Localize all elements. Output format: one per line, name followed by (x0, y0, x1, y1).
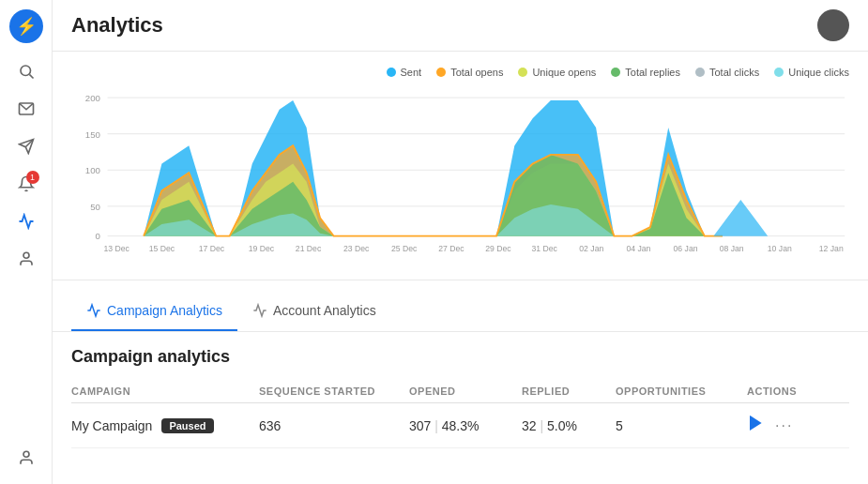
legend-label-unique-opens: Unique opens (532, 67, 596, 78)
sidebar: ⚡ 1 (0, 0, 53, 484)
legend-label-unique-clicks: Unique clicks (788, 67, 849, 78)
notification-badge: 1 (26, 171, 39, 184)
opened-sep: | (434, 418, 442, 433)
tab-account-analytics[interactable]: Account Analytics (237, 295, 391, 331)
sidebar-item-mail[interactable] (9, 92, 43, 126)
legend-dot-total-replies (611, 68, 620, 77)
tab-campaign-analytics[interactable]: Campaign Analytics (71, 295, 237, 331)
legend-unique-opens: Unique opens (518, 67, 596, 78)
cell-sequence-started: 636 (259, 418, 409, 433)
svg-text:08 Jan: 08 Jan (720, 244, 744, 253)
svg-text:06 Jan: 06 Jan (674, 244, 698, 253)
cell-campaign: My Campaign Paused (71, 418, 259, 433)
legend-total-clicks: Total clicks (695, 67, 759, 78)
tab-campaign-label: Campaign Analytics (107, 303, 222, 318)
legend-label-total-opens: Total opens (450, 67, 503, 78)
cell-opportunities: 5 (616, 418, 747, 433)
app-logo: ⚡ (9, 9, 43, 43)
col-opportunities: OPPORTUNITIES (616, 386, 747, 397)
replied-sep: | (540, 418, 547, 433)
sidebar-item-notifications[interactable]: 1 (9, 167, 43, 201)
tab-campaign-icon (86, 303, 101, 318)
tabs-section: Campaign Analytics Account Analytics (53, 280, 868, 332)
table-header: CAMPAIGN SEQUENCE STARTED OPENED REPLIED… (71, 380, 849, 403)
svg-line-1 (29, 74, 33, 78)
svg-text:100: 100 (85, 165, 100, 175)
col-opened: OPENED (409, 386, 522, 397)
col-campaign: CAMPAIGN (71, 386, 259, 397)
total-opens-line (144, 145, 723, 235)
svg-point-6 (23, 451, 29, 457)
chart-section: Sent Total opens Unique opens Total repl… (53, 52, 868, 280)
legend-label-total-clicks: Total clicks (709, 67, 759, 78)
analytics-section: Campaign analytics CAMPAIGN SEQUENCE STA… (53, 332, 868, 463)
svg-text:23 Dec: 23 Dec (343, 244, 370, 253)
svg-marker-33 (751, 416, 761, 430)
more-options-button[interactable]: ··· (775, 417, 793, 434)
area-chart: 200 150 100 50 0 13 Dec 15 D (71, 85, 849, 268)
small-spike (713, 200, 768, 236)
legend-dot-total-clicks (695, 68, 705, 77)
legend-dot-sent (387, 68, 396, 77)
section-title: Campaign analytics (71, 347, 849, 367)
cell-actions: ··· (747, 415, 841, 436)
svg-text:29 Dec: 29 Dec (485, 244, 511, 253)
replied-count: 32 (522, 418, 537, 433)
svg-text:150: 150 (85, 129, 100, 140)
campaigns-table: CAMPAIGN SEQUENCE STARTED OPENED REPLIED… (71, 380, 849, 448)
svg-text:02 Jan: 02 Jan (579, 244, 603, 253)
col-actions: ACTIONS (747, 386, 841, 397)
legend-total-replies: Total replies (611, 67, 680, 78)
svg-text:27 Dec: 27 Dec (438, 244, 464, 253)
svg-text:50: 50 (90, 202, 100, 212)
cell-replied: 32 | 5.0% (522, 418, 616, 433)
header: Analytics (53, 0, 868, 52)
logo-icon: ⚡ (16, 16, 37, 37)
sidebar-item-account[interactable] (9, 242, 43, 276)
legend-label-sent: Sent (401, 67, 422, 78)
legend-dot-unique-opens (518, 68, 527, 77)
main-content: Analytics Sent Total opens Unique opens … (53, 0, 868, 484)
tab-account-icon (252, 303, 267, 318)
svg-text:04 Jan: 04 Jan (626, 244, 650, 253)
legend-label-total-replies: Total replies (625, 67, 680, 78)
svg-point-0 (21, 66, 31, 76)
legend-sent: Sent (387, 67, 422, 78)
svg-text:10 Jan: 10 Jan (768, 244, 792, 253)
svg-text:15 Dec: 15 Dec (149, 244, 175, 253)
table-row: My Campaign Paused 636 307 | 48.3% 32 | … (71, 403, 849, 448)
svg-text:31 Dec: 31 Dec (531, 244, 557, 253)
chart-legend: Sent Total opens Unique opens Total repl… (71, 67, 849, 78)
col-sequence-started: SEQUENCE STARTED (259, 386, 409, 397)
svg-text:200: 200 (85, 93, 100, 103)
col-replied: REPLIED (522, 386, 616, 397)
legend-dot-unique-clicks (774, 68, 784, 77)
tabs: Campaign Analytics Account Analytics (71, 295, 849, 331)
replied-pct: 5.0% (547, 418, 577, 433)
opened-pct: 48.3% (442, 418, 480, 433)
legend-dot-total-opens (436, 68, 446, 77)
svg-text:21 Dec: 21 Dec (296, 244, 322, 253)
user-avatar[interactable] (817, 9, 849, 41)
sidebar-item-analytics[interactable] (9, 204, 43, 238)
sidebar-item-search[interactable] (9, 54, 43, 88)
page-title: Analytics (71, 13, 163, 38)
opened-count: 307 (409, 418, 431, 433)
status-badge: Paused (161, 418, 213, 433)
svg-point-5 (23, 252, 29, 258)
svg-text:0: 0 (95, 231, 99, 241)
sidebar-bottom (9, 441, 43, 475)
svg-text:13 Dec: 13 Dec (103, 244, 129, 253)
campaign-name: My Campaign (71, 418, 152, 433)
tab-account-label: Account Analytics (273, 303, 376, 318)
svg-text:12 Jan: 12 Jan (819, 244, 844, 253)
sidebar-item-user-bottom[interactable] (9, 441, 43, 475)
svg-text:17 Dec: 17 Dec (199, 244, 225, 253)
svg-text:25 Dec: 25 Dec (391, 244, 418, 253)
sidebar-item-send[interactable] (9, 129, 43, 163)
legend-total-opens: Total opens (436, 67, 503, 78)
svg-text:19 Dec: 19 Dec (249, 244, 275, 253)
play-button[interactable] (747, 415, 764, 436)
legend-unique-clicks: Unique clicks (774, 67, 849, 78)
cell-opened: 307 | 48.3% (409, 418, 522, 433)
